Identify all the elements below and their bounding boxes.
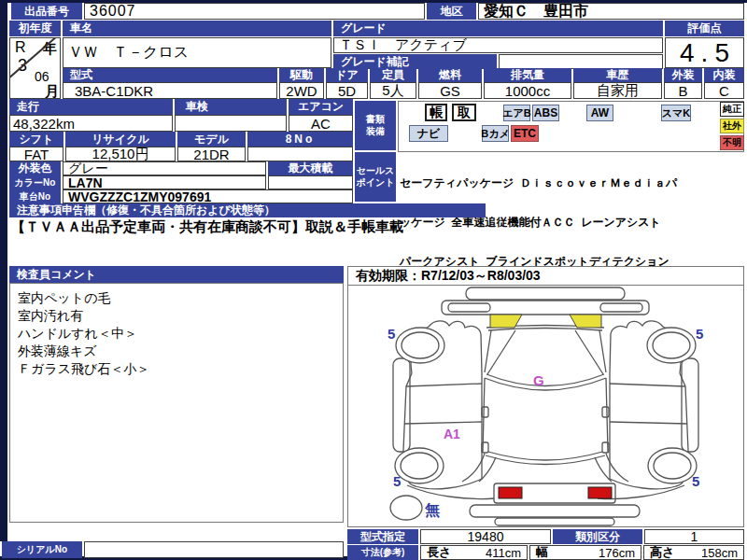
capacity-label: 定員 [370,68,416,82]
badge-genuine: 純正 [720,102,744,117]
max-load-value [268,175,353,189]
door-label: ドア [326,68,368,82]
drive-label: 駆動 [279,68,324,82]
first-year-month: 06 [35,69,49,84]
capacity-value: 5人 [370,82,416,99]
interior-label: 内装 [704,68,744,82]
width-cell: 幅 176cm [529,545,641,560]
grade-note-label: グレード補記 [333,54,497,69]
eight-no-label: 8No [247,132,353,147]
inspector-comment: Ｆガラス飛び石＜小＞ [18,360,335,378]
badge-etc: ETC [511,125,539,142]
width-value: 176cm [599,546,635,560]
fuel-label: 燃料 [418,68,482,82]
model-code-label: 型式 [63,68,277,82]
color-no-value: LA7N [63,175,266,189]
serial-no-label: シリアルNo [2,541,82,558]
score-value: 4.5 [665,37,744,68]
mileage-label: 走行 [9,99,173,115]
sales-point-line: セーフティパッケージ ＤｉｓｃｏｖｅｒＭｅｄｉａパ [400,176,744,189]
history-value: 自家用 [573,82,662,99]
width-label: 幅 [536,545,548,560]
door-value: 5D [326,82,368,99]
color-no-label: カラーNo [9,175,61,189]
tire-mark-rear-left: 5 [393,473,401,489]
glass-damage-mark: G [533,372,544,388]
height-label: 高さ [650,545,674,560]
recycle-label: リサイクル [65,132,176,147]
class-division-value: 1 [644,529,744,544]
first-year-label: 初年度 [9,21,61,36]
eight-no-value [247,147,353,161]
shift-value: FAT [9,147,63,161]
type-designation-label: 型式指定 [347,529,418,544]
first-year-month-suffix: 月 [45,83,59,99]
first-year-cell: R 年 3 06 月 [9,37,61,99]
validity-text: 有効期限：R7/12/03～R8/03/03 [356,268,541,285]
class-division-label: 類別区分 [553,529,642,544]
spare-tire-mark: 無 [424,502,440,518]
validity-row: 有効期限：R7/12/03～R8/03/03 [348,267,743,286]
auction-sheet: 出品番号 36007 地区 愛知Ｃ 豊田市 初年度 車名 グレード 評価点 R … [0,0,747,560]
exterior-color-label: 外装色 [9,161,61,175]
badge-navi: ナビ [409,125,448,142]
auction-no-value: 36007 [84,3,425,20]
interior-value: C [704,82,744,99]
grade-value: ＴＳＩ アクティブ [333,37,663,53]
inspector-comment: 室内汚れ有 [18,307,335,325]
equipment-field [398,101,744,152]
inspector-comment-box: 室内ペットの毛 室内汚れ有 ハンドルすれ＜中＞ 外装薄線キズ Ｆガラス飛び石＜小… [9,283,344,523]
model-year-label: モデル [177,132,246,147]
height-value: 158cm [701,546,738,560]
tire-mark-front-left: 5 [388,326,395,342]
fuel-value: GS [418,82,482,99]
district-value: 愛知Ｃ 豊田市 [478,3,744,20]
red-mark-left-taillight [499,487,522,498]
chassis-no-label: 車台No [9,189,61,203]
first-year-era: R [15,39,26,56]
equipment-label: 書類 装備 [355,101,396,150]
notes-header: 注意事項申告欄（修復・不具合箇所および状態等） [9,203,486,217]
length-value: 411cm [486,546,521,560]
notes-text: 【ＴＶＡＡ出品予定車両・共有在庫商談不可】取説＆手帳車載 [11,218,590,236]
tire-mark-front-right: 5 [696,326,703,342]
badge-airbag: エアB [503,105,530,121]
equipment-label-line1: 書類 [366,114,385,126]
grade-note-value [499,54,663,69]
inspector-header: 検査員コメント [9,266,344,283]
drive-value: 2WD [279,82,324,99]
dimensions-label: 寸法(参考) [347,545,418,560]
inspector-comment: 室内ペットの毛 [18,289,335,307]
badge-record-book: 帳 [425,104,447,121]
red-mark-right-taillight [588,487,612,498]
diagram-panel: 有効期限：R7/12/03～R8/03/03 [347,266,744,527]
inspection-label: 車検 [175,99,287,115]
exterior-color-value: グレー [63,161,266,175]
grade-label: グレード [333,21,663,36]
score-label: 評価点 [665,21,744,36]
car-damage-diagram: 5 5 5 5 G A1 無 [348,286,743,526]
serial-no-value [84,541,344,558]
sales-points-label-line1: セールス [357,165,395,177]
car-name-label: 車名 [63,21,331,36]
chassis-no-value: WVGZZZC1ZMY097691 [63,189,353,203]
panel-damage-mark: A1 [444,427,460,441]
recycle-value: 12,510円 [65,147,176,161]
displacement-value: 1000cc [484,82,571,99]
sales-points-label-line2: ポイント [357,177,395,189]
car-name-value: ＶＷ Ｔ－クロス [63,37,331,68]
mileage-value: 48,322km [9,115,173,132]
sales-points-text: セーフティパッケージ ＤｉｓｃｏｖｅｒＭｅｄｉａパ ッケージ 全車速追従機能付Ａ… [400,150,744,203]
type-designation-value: 19480 [420,529,551,544]
inspection-value [175,115,287,132]
badge-abs: ABS [532,105,559,121]
max-load-label: 最大積載 [268,161,353,175]
auction-no-label: 出品番号 [11,3,82,20]
inspector-comment: 外装薄線キズ [18,343,335,360]
badge-unknown: 不明 [720,135,744,150]
displacement-label: 排気量 [484,68,571,82]
model-year-value: 21DR [177,147,246,161]
badge-smart-key: スマK [661,105,691,121]
aircon-value: AC [289,115,353,132]
length-cell: 長さ 411cm [420,545,528,560]
